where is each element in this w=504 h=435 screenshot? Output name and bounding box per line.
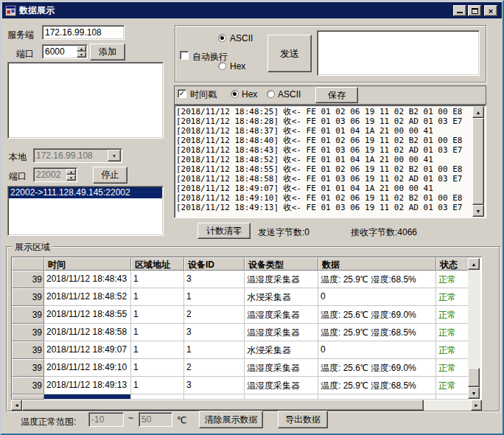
grid-corner-cell[interactable]	[12, 257, 44, 271]
grid-vscroll-thumb[interactable]	[468, 368, 480, 387]
cell-device-type[interactable]: 水浸采集器	[245, 341, 318, 359]
close-button[interactable]: ×	[484, 5, 497, 16]
cell-status[interactable]: 正常	[436, 306, 469, 324]
clear-display-button[interactable]: 清除展示数据	[199, 411, 263, 428]
cell-row-header[interactable]: 39	[12, 341, 44, 359]
cell-status[interactable]: 正常	[436, 359, 469, 377]
temp-max-input[interactable]	[139, 412, 172, 427]
cell-row-header[interactable]: 39	[12, 288, 44, 306]
cell-area[interactable]: 1	[131, 271, 184, 288]
table-row[interactable]: 392018/11/12 18:48:4313温湿度采集器温度: 25.9℃ 湿…	[12, 271, 469, 288]
hex-radio[interactable]	[218, 62, 226, 70]
cell-data[interactable]: 温度: 25.9℃ 湿度:68.5%	[318, 324, 436, 341]
cell-time[interactable]: 2018/11/12 18:48:43	[44, 271, 131, 288]
cell-device-id[interactable]: 3	[184, 324, 245, 341]
scroll-right-icon[interactable]: ►	[471, 400, 482, 411]
log-output[interactable]: [2018/11/12 18:48:25] 收<- FE 01 02 06 19…	[174, 105, 486, 218]
cell-area[interactable]: 1	[131, 377, 184, 394]
scroll-up-icon[interactable]: ▲	[468, 258, 480, 270]
cell-data[interactable]: 温度: 25.9℃ 湿度:68.5%	[318, 377, 436, 394]
table-row[interactable]: 392018/11/12 18:49:1012温湿度采集器温度: 25.6℃ 湿…	[12, 359, 469, 377]
cell-area[interactable]: 1	[131, 341, 184, 359]
cell-device-type[interactable]: 温湿度采集器	[245, 324, 318, 341]
column-header[interactable]: 区域地址	[131, 257, 184, 271]
cell-device-type[interactable]: 水浸采集器	[245, 288, 318, 306]
column-header[interactable]: 设备类型	[245, 257, 318, 271]
cell-area[interactable]: 1	[131, 324, 184, 341]
data-grid[interactable]: 时间区域地址设备ID设备类型数据状态 392018/11/12 18:48:43…	[11, 257, 482, 400]
empty-cell[interactable]	[12, 394, 44, 400]
cell-device-type[interactable]: 温湿度采集器	[245, 306, 318, 324]
spin-up-icon[interactable]: ▲	[66, 169, 76, 175]
clear-count-button[interactable]: 计数清零	[197, 223, 251, 239]
connection-list[interactable]: 22002->111.128.49.145:22002	[7, 186, 164, 236]
cell-row-header[interactable]: 39	[12, 377, 44, 394]
minimize-button[interactable]	[453, 5, 466, 16]
cell-time[interactable]: 2018/11/12 18:48:55	[44, 306, 131, 324]
cell-status[interactable]: 正常	[436, 341, 469, 359]
cell-device-type[interactable]: 温湿度采集器	[245, 359, 318, 377]
table-row[interactable]: 392018/11/12 18:49:1313温湿度采集器温度: 25.9℃ 湿…	[12, 377, 469, 394]
cell-time[interactable]: 2018/11/12 18:49:07	[44, 341, 131, 359]
local-port-stepper[interactable]: 22002 ▲ ▼	[33, 167, 77, 182]
table-row[interactable]: 392018/11/12 18:48:5211水浸采集器0正常	[12, 288, 469, 306]
cell-row-header[interactable]: 39	[12, 306, 44, 324]
export-button[interactable]: 导出数据	[278, 411, 328, 428]
cell-device-id[interactable]: 3	[184, 271, 245, 288]
send-input[interactable]	[317, 30, 480, 76]
server-input[interactable]	[42, 25, 125, 40]
scroll-down-icon[interactable]: ▼	[468, 387, 480, 399]
log-scrollbar[interactable]: ▲ ▼	[472, 106, 485, 217]
cell-status[interactable]: 正常	[436, 324, 469, 341]
empty-cell[interactable]	[436, 394, 469, 400]
add-button[interactable]: 添加	[90, 44, 125, 60]
table-row[interactable]: 392018/11/12 18:48:5512温湿度采集器温度: 25.6℃ 湿…	[12, 306, 469, 324]
cell-row-header[interactable]: 39	[12, 359, 44, 377]
scroll-down-icon[interactable]: ▼	[472, 205, 484, 217]
stop-button[interactable]: 停止	[93, 167, 127, 184]
list-item[interactable]: 22002->111.128.49.145:22002	[9, 187, 162, 198]
server-list[interactable]	[7, 62, 164, 139]
cell-data[interactable]: 温度: 25.9℃ 湿度:68.5%	[318, 271, 436, 288]
send-button[interactable]: 发送	[267, 35, 312, 72]
empty-cell[interactable]	[184, 394, 245, 400]
grid-hscroll-thumb[interactable]	[22, 400, 424, 411]
cell-row-header[interactable]: 39	[12, 324, 44, 341]
cell-time[interactable]: 2018/11/12 18:49:10	[44, 359, 131, 377]
save-button[interactable]: 保存	[315, 87, 358, 103]
cell-area[interactable]: 1	[131, 359, 184, 377]
cell-area[interactable]: 1	[131, 306, 184, 324]
cell-data[interactable]: 温度: 25.6℃ 湿度:69.0%	[318, 359, 436, 377]
cell-device-id[interactable]: 2	[184, 359, 245, 377]
log-hex-radio[interactable]	[231, 90, 239, 98]
selected-empty-cell[interactable]	[44, 394, 131, 400]
cell-device-id[interactable]: 1	[184, 341, 245, 359]
port-stepper[interactable]: 6000 ▲ ▼	[42, 44, 88, 59]
column-header[interactable]: 数据	[318, 257, 436, 271]
table-row[interactable]: 392018/11/12 18:49:0711水浸采集器0正常	[12, 341, 469, 359]
spin-down-icon[interactable]: ▼	[77, 52, 86, 58]
local-combo[interactable]: 172.16.99.108 ▼	[33, 148, 122, 163]
empty-cell[interactable]	[131, 394, 184, 400]
autowrap-checkbox[interactable]	[180, 51, 189, 60]
cell-device-id[interactable]: 2	[184, 306, 245, 324]
cell-data[interactable]: 0	[318, 288, 436, 306]
column-header[interactable]: 时间	[44, 257, 131, 271]
cell-device-id[interactable]: 3	[184, 377, 245, 394]
table-row[interactable]: 392018/11/12 18:48:5813温湿度采集器温度: 25.9℃ 湿…	[12, 324, 469, 341]
cell-status[interactable]: 正常	[436, 288, 469, 306]
spin-down-icon[interactable]: ▼	[66, 175, 76, 181]
grid-hscrollbar[interactable]: ◄ ►	[11, 400, 482, 411]
cell-row-header[interactable]: 39	[12, 271, 44, 288]
spin-up-icon[interactable]: ▲	[77, 46, 86, 52]
scroll-left-icon[interactable]: ◄	[11, 400, 22, 411]
log-ascii-radio[interactable]	[267, 90, 275, 98]
cell-area[interactable]: 1	[131, 288, 184, 306]
titlebar[interactable]: 数据展示 ×	[2, 2, 502, 18]
cell-device-id[interactable]: 1	[184, 288, 245, 306]
cell-device-type[interactable]: 温湿度采集器	[245, 271, 318, 288]
grid-vscrollbar[interactable]: ▲ ▼	[468, 258, 480, 399]
log-scroll-thumb[interactable]	[472, 118, 484, 205]
scroll-up-icon[interactable]: ▲	[472, 106, 484, 118]
ascii-radio[interactable]	[218, 34, 226, 42]
